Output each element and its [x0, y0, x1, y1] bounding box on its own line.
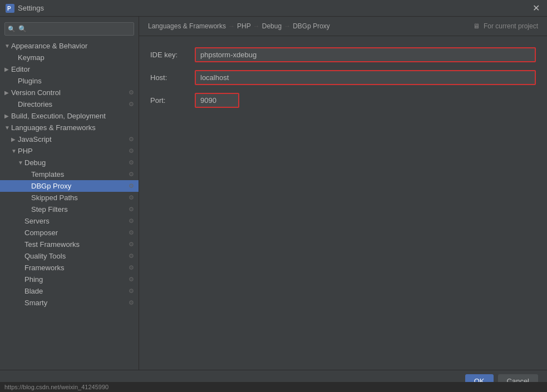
sidebar-item-directories[interactable]: Directories⚙	[0, 98, 139, 110]
sidebar-label-keymap: Keymap	[18, 53, 134, 62]
main-container: 🔍 ▼Appearance & BehaviorKeymap▶EditorPlu…	[0, 17, 547, 370]
settings-icon-dbgp-proxy: ⚙	[129, 182, 134, 190]
sidebar-item-javascript[interactable]: ▶JavaScript⚙	[0, 133, 139, 145]
monitor-icon: 🖥	[473, 22, 480, 30]
settings-icon-templates: ⚙	[129, 171, 134, 178]
settings-icon-debug: ⚙	[129, 159, 134, 166]
sidebar-label-phing: Phing	[24, 275, 126, 284]
sidebar-item-php[interactable]: ▼PHP⚙	[0, 145, 139, 157]
host-row: Host:	[150, 70, 536, 85]
host-input[interactable]	[195, 70, 536, 85]
sidebar-item-debug[interactable]: ▼Debug⚙	[0, 157, 139, 168]
sidebar-label-plugins: Plugins	[18, 77, 134, 85]
sidebar-item-step-filters[interactable]: Step Filters⚙	[0, 204, 139, 215]
arrow-icon-appearance: ▼	[4, 43, 11, 49]
host-label: Host:	[150, 73, 195, 82]
sidebar-label-php: PHP	[18, 147, 126, 155]
sidebar-label-editor: Editor	[11, 65, 134, 73]
sidebar-item-dbgp-proxy[interactable]: DBGp Proxy⚙	[0, 180, 139, 192]
arrow-icon-build-exec: ▶	[4, 113, 11, 119]
url-hint-bar: https://blog.csdn.net/weixin_41245990	[0, 382, 547, 392]
settings-icon-version-control: ⚙	[129, 89, 134, 96]
sidebar-item-blade[interactable]: Blade⚙	[0, 285, 139, 297]
sidebar-item-quality-tools[interactable]: Quality Tools⚙	[0, 250, 139, 262]
sidebar-label-blade: Blade	[24, 287, 126, 295]
breadcrumb-part-2: PHP	[237, 22, 251, 30]
sidebar-item-skipped-paths[interactable]: Skipped Paths⚙	[0, 192, 139, 204]
arrow-icon-php: ▼	[11, 148, 18, 154]
url-hint-text: https://blog.csdn.net/weixin_41245990	[4, 384, 109, 390]
for-current-project: 🖥 For current project	[473, 22, 538, 30]
sidebar-item-plugins[interactable]: Plugins	[0, 75, 139, 87]
port-label: Port:	[150, 96, 195, 105]
sidebar-item-phing[interactable]: Phing⚙	[0, 274, 139, 285]
sidebar: 🔍 ▼Appearance & BehaviorKeymap▶EditorPlu…	[0, 17, 139, 370]
sidebar-item-composer[interactable]: Composer⚙	[0, 227, 139, 239]
settings-icon-phing: ⚙	[129, 276, 134, 283]
settings-icon-skipped-paths: ⚙	[129, 194, 134, 201]
sidebar-label-debug: Debug	[24, 158, 126, 167]
ide-key-row: IDE key:	[150, 47, 536, 62]
window-title: Settings	[18, 4, 530, 12]
sidebar-item-languages[interactable]: ▼Languages & Frameworks	[0, 122, 139, 133]
settings-icon-servers: ⚙	[129, 217, 134, 225]
sidebar-item-version-control[interactable]: ▶Version Control⚙	[0, 87, 139, 98]
sidebar-label-javascript: JavaScript	[18, 135, 126, 143]
sidebar-label-smarty: Smarty	[24, 299, 126, 307]
sidebar-label-languages: Languages & Frameworks	[11, 123, 134, 132]
sidebar-item-editor[interactable]: ▶Editor	[0, 63, 139, 75]
form-area: IDE key: Host: Port:	[139, 36, 547, 370]
app-icon: P	[6, 4, 14, 13]
arrow-icon-editor: ▶	[4, 66, 11, 72]
sidebar-item-servers[interactable]: Servers⚙	[0, 215, 139, 227]
breadcrumb-bar: Languages & Frameworks → PHP → Debug → D…	[139, 17, 547, 36]
sidebar-item-appearance[interactable]: ▼Appearance & Behavior	[0, 40, 139, 52]
settings-icon-php: ⚙	[129, 147, 134, 155]
arrow-icon-javascript: ▶	[11, 136, 18, 142]
search-input[interactable]	[4, 22, 134, 36]
bottom-bar: OK Cancel https://blog.csdn.net/weixin_4…	[0, 370, 547, 392]
sidebar-label-frameworks: Frameworks	[24, 264, 126, 272]
title-bar: P Settings ✕	[0, 0, 547, 17]
sidebar-item-templates[interactable]: Templates⚙	[0, 168, 139, 180]
ide-key-input[interactable]	[195, 47, 536, 62]
settings-icon-javascript: ⚙	[129, 136, 134, 143]
sidebar-items-container: ▼Appearance & BehaviorKeymap▶EditorPlugi…	[0, 40, 139, 309]
arrow-icon-languages: ▼	[4, 125, 11, 131]
settings-icon-composer: ⚙	[129, 229, 134, 236]
sidebar-label-composer: Composer	[24, 229, 126, 237]
content-area: Languages & Frameworks → PHP → Debug → D…	[139, 17, 547, 370]
sidebar-item-build-exec[interactable]: ▶Build, Execution, Deployment	[0, 110, 139, 122]
ide-key-label: IDE key:	[150, 51, 195, 59]
sidebar-label-servers: Servers	[24, 217, 126, 225]
breadcrumb-part-1: Languages & Frameworks	[148, 22, 226, 30]
sidebar-label-quality-tools: Quality Tools	[24, 252, 126, 260]
sidebar-label-dbgp-proxy: DBGp Proxy	[31, 182, 126, 190]
sidebar-label-build-exec: Build, Execution, Deployment	[11, 112, 134, 120]
sidebar-label-version-control: Version Control	[11, 88, 126, 97]
sidebar-label-appearance: Appearance & Behavior	[11, 42, 134, 50]
settings-icon-blade: ⚙	[129, 287, 134, 295]
breadcrumb-part-3: Debug	[262, 22, 282, 30]
breadcrumb-sep-1: →	[228, 22, 235, 30]
breadcrumb-part-4: DBGp Proxy	[293, 22, 330, 30]
settings-icon-quality-tools: ⚙	[129, 252, 134, 260]
arrow-icon-debug: ▼	[18, 160, 24, 166]
arrow-icon-version-control: ▶	[4, 90, 11, 96]
sidebar-item-test-frameworks[interactable]: Test Frameworks⚙	[0, 239, 139, 250]
search-icon: 🔍	[8, 26, 16, 33]
port-input[interactable]	[195, 93, 239, 108]
settings-icon-test-frameworks: ⚙	[129, 241, 134, 248]
sidebar-item-keymap[interactable]: Keymap	[0, 52, 139, 63]
sidebar-label-directories: Directories	[18, 100, 126, 108]
close-button[interactable]: ✕	[530, 3, 541, 13]
sidebar-item-smarty[interactable]: Smarty⚙	[0, 297, 139, 309]
settings-icon-smarty: ⚙	[129, 299, 134, 306]
sidebar-item-frameworks[interactable]: Frameworks⚙	[0, 262, 139, 274]
port-row: Port:	[150, 93, 536, 108]
breadcrumb-sep-3: →	[284, 22, 290, 30]
settings-icon-step-filters: ⚙	[129, 206, 134, 213]
sidebar-label-skipped-paths: Skipped Paths	[31, 193, 126, 202]
settings-icon-directories: ⚙	[129, 101, 134, 108]
settings-icon-frameworks: ⚙	[129, 264, 134, 271]
